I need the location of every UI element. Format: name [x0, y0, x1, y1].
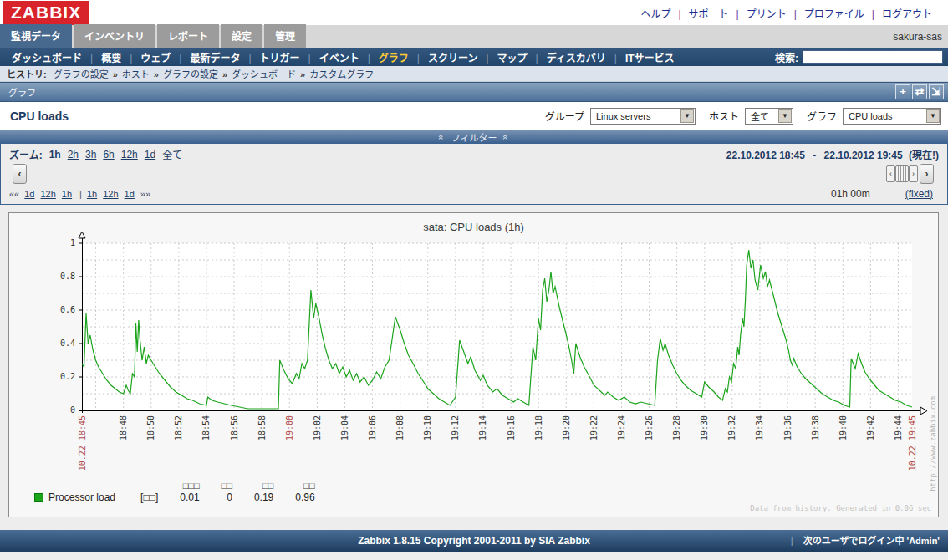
host-select-value: 全て — [746, 109, 774, 123]
profile-link[interactable]: プロファイル — [797, 6, 874, 20]
breadcrumb-item-graph-config-1[interactable]: グラフの設定 — [54, 67, 122, 80]
tab-strip: 監視データ インベントリ レポート 設定 管理 sakura-sas — [0, 25, 948, 48]
breadcrumb-item-custom-graphs[interactable]: カスタムグラフ — [309, 67, 374, 80]
svg-text:19:42: 19:42 — [866, 415, 875, 440]
support-link[interactable]: サポート — [681, 6, 739, 20]
fixed-link[interactable]: (fixed) — [905, 188, 933, 200]
legend-min-header: □□ — [222, 481, 232, 491]
nav-item-triggers[interactable]: トリガー — [252, 50, 311, 64]
filter-label: フィルター — [451, 130, 497, 144]
footer: Zabbix 1.8.15 Copyright 2001-2011 by SIA… — [0, 530, 948, 552]
svg-text:19:02: 19:02 — [313, 415, 322, 440]
svg-text:19:08: 19:08 — [395, 415, 405, 440]
date-from-link[interactable]: 22.10.2012 18:45 — [726, 150, 805, 161]
fwd-1h-link[interactable]: 1h — [87, 189, 97, 199]
host-select[interactable]: 全て ▼ — [745, 108, 793, 125]
nav-item-latest-data[interactable]: 最新データ — [181, 50, 251, 64]
fullscreen-icon[interactable]: ⇲ — [929, 84, 944, 99]
back-1h-link[interactable]: 1h — [62, 189, 72, 199]
legend-avg-value: 0.19 — [254, 491, 273, 503]
legend-min-column: □□ 0 — [222, 481, 232, 503]
svg-text:18:54: 18:54 — [201, 415, 211, 440]
svg-text:19:34: 19:34 — [755, 415, 764, 440]
tab-monitoring[interactable]: 監視データ — [0, 24, 72, 48]
search-input[interactable] — [803, 50, 943, 64]
breadcrumb: ヒストリ: グラフの設定 ホスト グラフの設定 ダッシュボード カスタムグラフ — [0, 66, 948, 82]
svg-text:19:06: 19:06 — [368, 415, 377, 440]
group-select[interactable]: Linux servers ▼ — [590, 108, 696, 125]
svg-text:18:58: 18:58 — [257, 415, 267, 440]
date-separator: - — [813, 150, 816, 161]
slider-left-handle[interactable]: ‹ — [886, 165, 895, 182]
nav-item-overview[interactable]: 概要 — [93, 50, 132, 64]
main-nav: ダッシュボード 概要 ウェブ 最新データ トリガー イベント グラフ スクリーン… — [0, 48, 948, 66]
zoom-link-all[interactable]: 全て — [162, 147, 182, 161]
zoom-current-1h[interactable]: 1h — [49, 149, 61, 160]
svg-text:19:44: 19:44 — [894, 415, 903, 440]
svg-text:19:26: 19:26 — [645, 415, 654, 440]
zoom-row: ズーム: 1h 2h 3h 6h 12h 1d 全て 22.10.2012 18… — [1, 144, 947, 163]
zoom-link-12h[interactable]: 12h — [121, 149, 138, 160]
time-slider[interactable]: ‹ › — [886, 165, 918, 182]
svg-text:18:48: 18:48 — [119, 415, 128, 440]
top-links: ヘルプ サポート プリント プロファイル ログアウト — [633, 6, 948, 20]
back-arrows: «« — [9, 189, 19, 199]
back-12h-link[interactable]: 12h — [41, 189, 56, 199]
graph-select[interactable]: CPU loads ▼ — [843, 108, 941, 125]
legend-min-value: 0 — [227, 491, 232, 503]
chevron-down-icon: ▼ — [778, 109, 792, 123]
nav-item-maps[interactable]: マップ — [489, 50, 538, 64]
print-link[interactable]: プリント — [739, 6, 797, 20]
nav-item-screens[interactable]: スクリーン — [420, 50, 489, 64]
legend-last-column: □□□ 0.01 — [180, 481, 199, 503]
nav-item-discovery[interactable]: ディスカバリ — [538, 50, 617, 64]
tab-inventory[interactable]: インベントリ — [74, 24, 155, 48]
now-link[interactable]: (現在!) — [909, 150, 939, 161]
nav-item-graphs[interactable]: グラフ — [370, 50, 420, 64]
slider-right-handle[interactable]: › — [909, 165, 918, 182]
add-icon[interactable]: + — [895, 84, 910, 99]
nav-item-web[interactable]: ウェブ — [132, 50, 181, 64]
filter-toggle-bar[interactable]: « フィルター « — [0, 130, 948, 144]
chevron-down-icon: ▼ — [680, 109, 694, 123]
slider-grip[interactable] — [895, 165, 909, 182]
generated-note: Data from history. Generated in 0.06 sec — [750, 504, 931, 512]
svg-text:19:28: 19:28 — [672, 415, 681, 440]
help-link[interactable]: ヘルプ — [633, 6, 680, 20]
logout-link[interactable]: ログアウト — [874, 6, 940, 20]
back-1d-link[interactable]: 1d — [24, 189, 34, 199]
series-name: Processor load — [48, 491, 115, 503]
time-span: 01h 00m — [831, 188, 870, 200]
scroll-right-button[interactable]: › — [920, 164, 934, 184]
legend-max-column: □□ 0.96 — [295, 481, 314, 503]
nav-item-events[interactable]: イベント — [311, 50, 370, 64]
breadcrumb-item-graph-config-2[interactable]: グラフの設定 — [163, 67, 232, 80]
nav-item-it-services[interactable]: ITサービス — [617, 50, 683, 64]
legend-max-header: □□ — [303, 481, 314, 491]
svg-text:10.22 19:45: 10.22 19:45 — [908, 415, 917, 471]
tab-configuration[interactable]: 設定 — [221, 24, 262, 48]
chart-title: sata: CPU loads (1h) — [9, 221, 938, 233]
svg-text:10.22 18:45: 10.22 18:45 — [78, 415, 87, 471]
nav-item-dashboard[interactable]: ダッシュボード — [3, 50, 93, 64]
scroll-left-button[interactable]: ‹ — [13, 164, 27, 184]
breadcrumb-item-hosts[interactable]: ホスト — [122, 67, 163, 80]
svg-text:0: 0 — [70, 405, 75, 415]
legend-max-value: 0.96 — [295, 491, 314, 503]
refresh-icon[interactable]: ⇄ — [912, 84, 927, 99]
cpu-load-graph[interactable]: 00.20.40.60.8110.22 18:4518:4818:5018:52… — [9, 213, 938, 517]
svg-text:18:56: 18:56 — [230, 415, 239, 440]
zoom-link-3h[interactable]: 3h — [85, 149, 96, 160]
chart-panel: 00.20.40.60.8110.22 18:4518:4818:5018:52… — [8, 212, 939, 517]
date-to-link[interactable]: 22.10.2012 19:45 — [824, 150, 903, 161]
svg-text:19:22: 19:22 — [589, 415, 599, 440]
zoom-link-2h[interactable]: 2h — [68, 149, 79, 160]
fwd-1d-link[interactable]: 1d — [125, 189, 135, 199]
tab-administration[interactable]: 管理 — [264, 24, 306, 48]
section-title: グラフ — [0, 85, 36, 99]
fwd-12h-link[interactable]: 12h — [103, 189, 118, 199]
breadcrumb-item-dashboard[interactable]: ダッシュボード — [232, 67, 309, 80]
tab-reports[interactable]: レポート — [157, 24, 219, 48]
zoom-link-6h[interactable]: 6h — [103, 149, 114, 160]
zoom-link-1d[interactable]: 1d — [145, 149, 155, 160]
